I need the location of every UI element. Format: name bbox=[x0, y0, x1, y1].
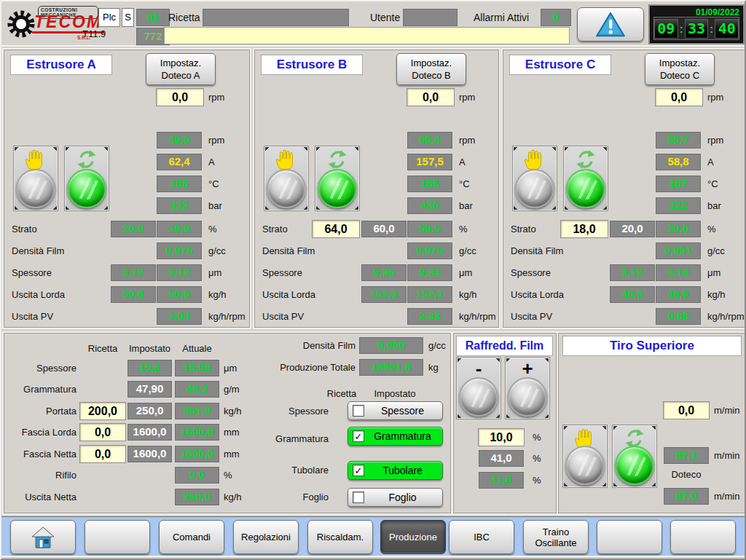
densita-film-label: Densità Film bbox=[511, 245, 563, 256]
checkbox-unchecked bbox=[353, 405, 364, 417]
spessore-toggle-button[interactable]: Spessore bbox=[348, 401, 443, 420]
toggle-label-spessore: Spessore bbox=[245, 406, 329, 417]
row-label: Portata bbox=[6, 406, 76, 417]
tiro-superiore-panel: Tiro Superiore 0,0 m/min 87,1 m/min Dote… bbox=[558, 333, 745, 513]
strato-label: Strato bbox=[12, 224, 37, 234]
allarmi-count-box: 0 bbox=[540, 8, 572, 27]
extruder-b-title: Estrusore B bbox=[261, 55, 363, 75]
extruder-b-strato-ricetta-input[interactable]: 64,0 bbox=[312, 220, 360, 238]
fascia-netta-ricetta-input[interactable]: 0,0 bbox=[79, 445, 126, 463]
extruder-b-panel: Estrusore B Impostaz. Doteco B 0,0 rpm 6… bbox=[254, 50, 499, 328]
unit-label: bar bbox=[459, 200, 473, 211]
extruder-b-spessore-actual: 9,33 bbox=[407, 264, 453, 282]
decrease-lamp bbox=[459, 377, 498, 417]
uscita-netta-attuale: 250,0 bbox=[174, 488, 220, 506]
extruder-c-manual-button[interactable] bbox=[512, 146, 557, 211]
extruder-a-pressure: 333 bbox=[156, 197, 203, 215]
cooling-attuale: 41,0 bbox=[478, 471, 525, 489]
unit-label: kg/h bbox=[707, 289, 726, 300]
time-seconds: 40 bbox=[715, 19, 739, 39]
extruder-a-manual-button[interactable] bbox=[13, 146, 58, 211]
unit-label: μm bbox=[707, 267, 721, 278]
unit-label: kg/h bbox=[208, 289, 227, 300]
nav-blank-button-3[interactable] bbox=[670, 520, 736, 554]
tiro-manual-button[interactable] bbox=[562, 425, 608, 488]
unit-label: °C bbox=[707, 178, 718, 189]
tubolare-toggle-button[interactable]: ✓ Tubolare bbox=[348, 461, 443, 480]
uscita-pv-label: Uscita PV bbox=[262, 311, 304, 322]
unit-label: A bbox=[459, 157, 466, 167]
alarms-button[interactable] bbox=[577, 7, 644, 42]
hand-icon bbox=[272, 148, 300, 171]
extruder-a-rpm-setpoint-input[interactable]: 0,0 bbox=[156, 88, 204, 106]
fascia-netta-attuale: 1600,0 bbox=[174, 445, 220, 463]
nav-home-button[interactable] bbox=[10, 520, 76, 554]
unit-label: % bbox=[208, 224, 217, 234]
unit-label: g/cc bbox=[208, 245, 226, 256]
cooling-increase-button[interactable]: + bbox=[505, 357, 550, 419]
spessore-label: Spessore bbox=[12, 267, 52, 278]
manual-lamp bbox=[16, 169, 55, 208]
spessore-impostato: 15,6 bbox=[127, 359, 173, 377]
cooling-decrease-button[interactable]: - bbox=[456, 357, 501, 419]
unit-label: % bbox=[224, 470, 232, 481]
toggle-button-label: Foglio bbox=[370, 492, 442, 503]
home-icon bbox=[31, 526, 55, 549]
extruder-c-strato-ricetta-input[interactable]: 18,0 bbox=[560, 220, 608, 238]
extruder-b-auto-button[interactable] bbox=[315, 146, 360, 211]
extruder-b-manual-button[interactable] bbox=[264, 146, 309, 211]
unit-label: g/cc bbox=[428, 340, 446, 351]
unit-label: m/min bbox=[714, 491, 739, 502]
doteco-a-settings-button[interactable]: Impostaz. Doteco A bbox=[146, 53, 216, 85]
nav-traino-oscillante-button[interactable]: Traino Oscillante bbox=[523, 520, 589, 554]
extruder-c-pressure: 322 bbox=[655, 197, 702, 215]
unit-label: °C bbox=[459, 178, 470, 189]
doteco-b-settings-button[interactable]: Impostaz. Doteco B bbox=[396, 53, 466, 85]
auto-cycle-icon bbox=[572, 148, 600, 171]
column-header-impostato: Impostato bbox=[125, 343, 174, 354]
extruder-a-uscita-pv: 1,04 bbox=[156, 307, 203, 326]
nav-regolazioni-button[interactable]: Regolazioni bbox=[233, 520, 299, 554]
hand-icon bbox=[521, 148, 549, 171]
cooling-ricetta-input[interactable]: 10,0 bbox=[478, 428, 525, 446]
nav-riscaldamento-button[interactable]: Riscaldam. bbox=[307, 520, 373, 554]
time-hours: 09 bbox=[654, 19, 678, 39]
fascia-lorda-ricetta-input[interactable]: 0,0 bbox=[79, 423, 126, 441]
time-display: 09 : 33 : 40 bbox=[653, 17, 739, 40]
extruder-b-strato-actual: 59,5 bbox=[407, 220, 453, 238]
grammatura-toggle-button[interactable]: ✓ Grammatura bbox=[348, 427, 443, 446]
produzione-totale-label: Produzione Totale bbox=[258, 362, 356, 373]
nav-blank-button-1[interactable] bbox=[85, 520, 150, 554]
spessore-label: Spessore bbox=[262, 267, 302, 278]
extruder-b-spessore-set: 9,36 bbox=[361, 264, 407, 282]
doteco-button-line1: Impostaz. bbox=[659, 57, 700, 69]
unit-label: μm bbox=[459, 267, 472, 278]
nav-ibc-button[interactable]: IBC bbox=[449, 520, 514, 554]
unit-label: kg/h/rpm bbox=[707, 311, 745, 322]
manual-lamp bbox=[515, 169, 554, 208]
tiro-setpoint-input[interactable]: 0,0 bbox=[663, 401, 710, 419]
plus-icon: + bbox=[506, 358, 549, 379]
extruder-c-current: 58,8 bbox=[655, 153, 702, 171]
row-label: Uscita Netta bbox=[6, 492, 76, 502]
unit-label: A bbox=[208, 157, 215, 167]
foglio-toggle-button[interactable]: Foglio bbox=[348, 488, 443, 507]
nav-produzione-button[interactable]: Produzione bbox=[380, 520, 446, 554]
uscita-lorda-label: Uscita Lorda bbox=[12, 289, 65, 300]
time-minutes: 33 bbox=[685, 19, 709, 39]
nav-blank-button-2[interactable] bbox=[597, 520, 662, 554]
utente-field[interactable] bbox=[402, 8, 458, 27]
film-impostato-header: Impostato bbox=[355, 388, 435, 399]
portata-impostato: 250,0 bbox=[127, 402, 173, 420]
portata-ricetta-input[interactable]: 200,0 bbox=[79, 402, 126, 420]
ricetta-field[interactable] bbox=[202, 8, 350, 27]
doteco-c-settings-button[interactable]: Impostaz. Doteco C bbox=[645, 53, 715, 85]
extruder-a-auto-button[interactable] bbox=[64, 146, 109, 211]
extruder-c-rpm-setpoint-input[interactable]: 0,0 bbox=[655, 88, 703, 106]
checkbox-checked: ✓ bbox=[353, 465, 364, 476]
nav-comandi-button[interactable]: Comandi bbox=[159, 520, 224, 554]
auto-lamp bbox=[318, 169, 357, 208]
extruder-c-auto-button[interactable] bbox=[563, 146, 608, 211]
extruder-b-rpm-setpoint-input[interactable]: 0,0 bbox=[407, 88, 455, 106]
time-colon: : bbox=[710, 23, 713, 35]
